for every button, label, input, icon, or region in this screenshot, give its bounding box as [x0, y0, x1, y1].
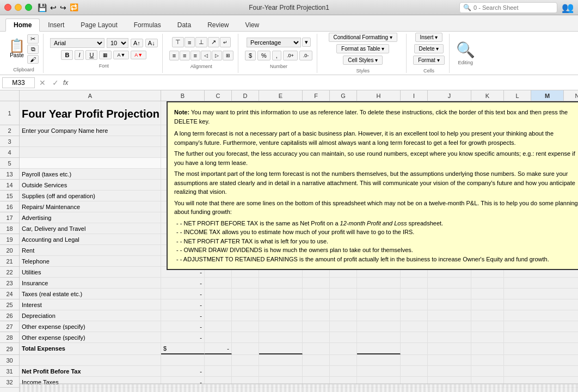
- col-header-g[interactable]: G: [330, 90, 357, 101]
- row-num-26[interactable]: 26: [0, 310, 19, 321]
- cell-28-d[interactable]: [232, 332, 259, 342]
- cell-28-a[interactable]: Other expense (specify): [20, 332, 161, 342]
- cell-24-d[interactable]: [232, 289, 259, 299]
- cell-16-a[interactable]: Repairs/ Maintenance: [20, 201, 161, 212]
- cell-27-i[interactable]: [401, 321, 428, 332]
- window-controls[interactable]: [4, 4, 32, 11]
- align-top-button[interactable]: ⊤: [172, 37, 184, 47]
- cell-31-c[interactable]: [205, 366, 232, 376]
- cell-25-e[interactable]: [259, 299, 303, 310]
- cell-23-f[interactable]: [303, 278, 330, 288]
- cell-25-h[interactable]: [357, 299, 401, 310]
- cell-5-a[interactable]: [20, 158, 161, 168]
- user-icon[interactable]: 👥: [562, 2, 574, 14]
- align-left-button[interactable]: ≡: [169, 51, 179, 60]
- row-num-17[interactable]: 17: [0, 212, 19, 223]
- tab-view[interactable]: View: [237, 19, 267, 31]
- cell-26-j[interactable]: [428, 310, 471, 321]
- comma-button[interactable]: ,: [272, 51, 281, 60]
- cell-31-b[interactable]: -: [161, 366, 205, 376]
- tab-home[interactable]: Home: [5, 19, 40, 32]
- bold-button[interactable]: B: [61, 50, 73, 60]
- paste-button[interactable]: 📋 Paste: [9, 39, 25, 58]
- repeat-icon[interactable]: 🔁: [70, 3, 78, 11]
- col-header-i[interactable]: I: [401, 90, 428, 101]
- search-big-icon[interactable]: 🔍: [456, 41, 475, 59]
- cell-reference-input[interactable]: [2, 77, 35, 88]
- col-header-k[interactable]: K: [471, 90, 504, 101]
- cell-29-a[interactable]: Total Expenses: [20, 343, 161, 354]
- col-header-a[interactable]: A: [20, 90, 161, 101]
- cell-23-g[interactable]: [330, 278, 357, 288]
- cell-26-d[interactable]: [232, 310, 259, 321]
- cell-25-j[interactable]: [428, 299, 471, 310]
- cell-29-g[interactable]: [330, 343, 357, 354]
- cell-23-j[interactable]: [428, 278, 471, 288]
- col-header-n[interactable]: N: [564, 90, 578, 101]
- cell-24-i[interactable]: [401, 289, 428, 299]
- cell-29-d[interactable]: [232, 343, 259, 354]
- cell-24-a[interactable]: Taxes (real estate etc.): [20, 289, 161, 299]
- cell-29-e[interactable]: [259, 343, 303, 354]
- decrease-font-button[interactable]: A↓: [145, 39, 158, 47]
- cell-31-g[interactable]: [330, 366, 357, 376]
- cell-26-b[interactable]: -: [161, 310, 205, 321]
- cell-15-a[interactable]: Supplies (off and operation): [20, 191, 161, 201]
- cell-27-j[interactable]: [428, 321, 471, 332]
- cell-25-f[interactable]: [303, 299, 330, 310]
- row-num-32[interactable]: 32: [0, 377, 19, 388]
- cell-4-a[interactable]: [20, 147, 161, 157]
- row-num-4[interactable]: 4: [0, 147, 19, 158]
- font-color-button[interactable]: A▼: [131, 51, 146, 59]
- col-header-e[interactable]: E: [259, 90, 303, 101]
- cell-30-b[interactable]: [161, 355, 205, 365]
- cell-29-i[interactable]: [401, 343, 428, 354]
- cell-25-k[interactable]: [471, 299, 504, 310]
- cell-23-i[interactable]: [401, 278, 428, 288]
- cell-24-j[interactable]: [428, 289, 471, 299]
- cell-26-g[interactable]: [330, 310, 357, 321]
- cell-24-f[interactable]: [303, 289, 330, 299]
- wrap-text-button[interactable]: ↵: [220, 37, 231, 47]
- cell-21-a[interactable]: Telephone: [20, 256, 161, 266]
- cell-31-d[interactable]: [232, 366, 259, 376]
- cell-27-f[interactable]: [303, 321, 330, 332]
- cell-25-b[interactable]: -: [161, 299, 205, 310]
- cell-28-i[interactable]: [401, 332, 428, 342]
- cell-25-i[interactable]: [401, 299, 428, 310]
- cell-24-g[interactable]: [330, 289, 357, 299]
- row-num-1[interactable]: 1: [0, 101, 19, 125]
- decrease-indent-button[interactable]: ◁: [201, 51, 211, 60]
- cell-28-h[interactable]: [357, 332, 401, 342]
- format-button[interactable]: Format ▾: [413, 56, 444, 65]
- col-header-d[interactable]: D: [232, 90, 259, 101]
- row-num-2[interactable]: 2: [0, 125, 19, 136]
- cell-13-a[interactable]: Payroll (taxes etc.): [20, 169, 161, 179]
- row-num-14[interactable]: 14: [0, 180, 19, 191]
- format-more-button[interactable]: ▾: [302, 38, 311, 47]
- save-icon[interactable]: 💾: [38, 3, 47, 12]
- cell-27-a[interactable]: Other expense (specify): [20, 321, 161, 332]
- increase-font-button[interactable]: A↑: [131, 39, 143, 47]
- cell-27-g[interactable]: [330, 321, 357, 332]
- cell-31-j[interactable]: [428, 366, 471, 376]
- row-num-24[interactable]: 24: [0, 289, 19, 299]
- cell-31-k[interactable]: [471, 366, 504, 376]
- row-num-30[interactable]: 30: [0, 355, 19, 366]
- font-family-select[interactable]: Arial: [50, 38, 104, 48]
- minimize-button[interactable]: [15, 4, 22, 11]
- cell-28-g[interactable]: [330, 332, 357, 342]
- cell-28-k[interactable]: [471, 332, 504, 342]
- cell-27-h[interactable]: [357, 321, 401, 332]
- col-header-j[interactable]: J: [428, 90, 471, 101]
- cell-31-a[interactable]: Net Profit Before Tax: [20, 366, 161, 376]
- cell-30-e[interactable]: [259, 355, 303, 365]
- cell-29-b[interactable]: $: [161, 343, 205, 354]
- cell-30-j[interactable]: [428, 355, 471, 365]
- copy-button[interactable]: ⧉: [27, 45, 39, 54]
- text-orient-button[interactable]: ↗: [208, 37, 219, 47]
- italic-button[interactable]: I: [75, 50, 84, 60]
- row-num-15[interactable]: 15: [0, 191, 19, 201]
- cell-29-j[interactable]: [428, 343, 471, 354]
- merge-center-button[interactable]: ⊞: [223, 51, 233, 60]
